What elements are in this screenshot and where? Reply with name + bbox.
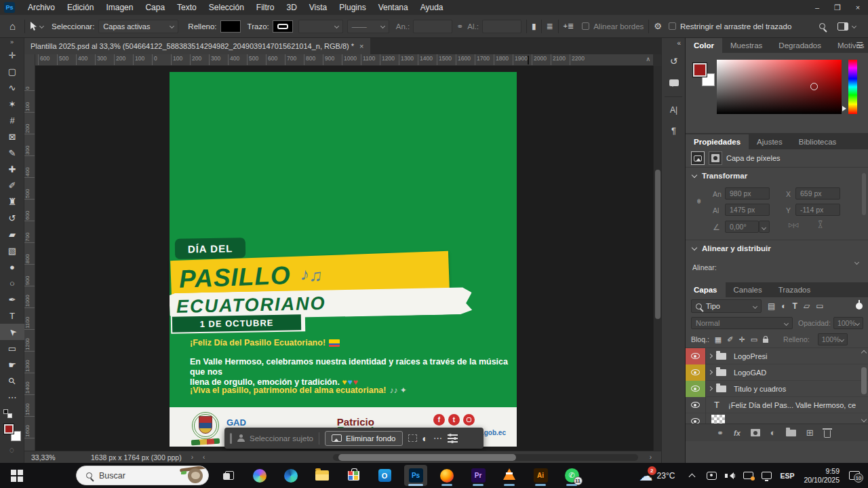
paragraph-panel-icon[interactable]: ¶ (662, 121, 686, 140)
path-selection-tool[interactable]: ➤ (0, 324, 24, 340)
more-options-icon[interactable]: ⋯ (433, 433, 442, 443)
history-brush-tool[interactable]: ↺ (0, 210, 24, 226)
hand-tool[interactable]: ☛ (0, 356, 24, 373)
firefox-button[interactable] (435, 465, 458, 486)
default-colors-icon[interactable] (3, 409, 12, 418)
tray-expand-icon[interactable] (689, 473, 696, 480)
angle-dropdown[interactable] (759, 221, 770, 233)
file-explorer-button[interactable] (311, 465, 334, 486)
align-edges-checkbox[interactable] (582, 22, 589, 30)
panel-menu-icon[interactable]: ☰ (856, 38, 863, 53)
panel-tab[interactable]: Color (686, 38, 722, 53)
properties-sliders-icon[interactable] (448, 434, 458, 443)
menu-item[interactable]: Texto (171, 0, 203, 15)
microsoft-store-button[interactable] (342, 465, 365, 486)
layer-visibility-toggle[interactable] (686, 397, 706, 413)
vlc-button[interactable] (498, 465, 521, 486)
network-display-icon[interactable] (762, 472, 772, 479)
path-alignment-icon[interactable]: ≣ (547, 22, 553, 31)
path-operations-icon[interactable]: ▮ (532, 22, 536, 31)
foreground-background-swatches[interactable] (3, 424, 21, 441)
search-box[interactable]: Buscar (76, 466, 209, 485)
lock-transparency-icon[interactable]: ▦ (715, 335, 722, 344)
scrollbar-thumb[interactable] (655, 170, 660, 319)
scroll-right-icon[interactable]: › (650, 453, 652, 461)
photoshop-button[interactable]: Ps (404, 465, 427, 486)
vertical-scrollbar[interactable] (653, 66, 661, 451)
remove-background-button[interactable]: Eliminar fondo (325, 431, 403, 446)
layer-row[interactable]: T (686, 413, 868, 424)
delete-layer-icon[interactable] (824, 430, 831, 438)
layer-style-icon[interactable]: fx (734, 429, 741, 437)
menu-item[interactable]: Imagen (100, 0, 139, 15)
group-chevron-icon[interactable] (706, 364, 714, 381)
brush-tool[interactable]: ✐ (0, 177, 24, 193)
rectangle-tool[interactable]: ▭ (0, 340, 24, 356)
panel-tab[interactable]: Capas (686, 282, 726, 297)
menu-item[interactable]: Plugins (333, 0, 372, 15)
panel-tab[interactable]: Ajustes (749, 134, 791, 149)
foreground-color-swatch[interactable] (692, 62, 707, 77)
menu-item[interactable]: Edición (61, 0, 100, 15)
link-dimensions-icon[interactable]: ⚭ (456, 22, 463, 31)
filter-text-icon[interactable]: T (793, 301, 797, 311)
tool-preset-chevron-icon[interactable] (39, 24, 44, 29)
illustrator-button[interactable]: Ai (529, 465, 552, 486)
fill-value[interactable]: 100% (818, 333, 848, 345)
comments-panel-icon[interactable] (662, 73, 686, 92)
character-panel-icon[interactable]: A| (662, 100, 686, 119)
expand-panels-icon[interactable]: « (677, 39, 681, 47)
clock[interactable]: 9:59 20/10/2025 (804, 467, 840, 485)
close-button[interactable]: × (848, 0, 868, 15)
flip-vertical-icon[interactable]: ▽△ (818, 221, 822, 227)
link-dimensions-icon[interactable]: ⚭ (695, 196, 703, 206)
transform-icon[interactable] (408, 434, 417, 442)
group-chevron-icon[interactable] (706, 381, 714, 397)
x-value[interactable]: 659 px (795, 187, 840, 200)
filter-image-icon[interactable]: ▤ (768, 301, 775, 311)
lock-position-icon[interactable]: ✛ (738, 335, 745, 344)
hue-slider[interactable] (848, 60, 857, 114)
search-icon[interactable] (819, 23, 825, 29)
task-view-button[interactable] (217, 465, 240, 486)
constrain-path-checkbox[interactable] (669, 22, 676, 30)
filter-type-dropdown[interactable]: Tipo (691, 299, 762, 313)
pen-tool[interactable]: ✒ (0, 291, 24, 307)
temperature[interactable]: 23°C (657, 471, 675, 481)
filter-smart-object-icon[interactable]: ▭ (816, 301, 823, 311)
height-value[interactable]: 1475 px (725, 204, 770, 216)
gradient-tool[interactable]: ▧ (0, 242, 24, 259)
lock-artboard-icon[interactable]: ▭ (751, 335, 757, 344)
selection-tool-icon[interactable] (30, 22, 37, 31)
home-icon[interactable]: ⌂ (9, 20, 16, 32)
width-input[interactable] (413, 20, 452, 33)
panel-scrollbar[interactable] (862, 173, 866, 215)
section-collapse-icon[interactable] (692, 244, 697, 250)
layer-visibility-toggle[interactable] (686, 413, 706, 424)
gear-icon[interactable]: ⚙ (654, 21, 662, 31)
panel-tab[interactable]: Bibliotecas (791, 134, 845, 149)
menu-item[interactable]: Ayuda (414, 0, 450, 15)
stroke-swatch[interactable] (273, 20, 293, 33)
menu-item[interactable]: 3D (280, 0, 302, 15)
menu-item[interactable]: Archivo (22, 0, 61, 15)
color-spectrum-field[interactable] (717, 60, 842, 114)
blend-mode-dropdown[interactable]: Normal (691, 317, 793, 329)
filter-adjustment-icon[interactable]: ◐ (781, 301, 786, 311)
select-subject-button[interactable]: Seleccionar sujeto (237, 434, 313, 443)
volume-icon[interactable] (725, 472, 735, 480)
tab-close-icon[interactable]: × (359, 42, 363, 50)
frame-tool[interactable]: ⊠ (0, 128, 24, 145)
dock-collapse-icon[interactable]: » (0, 38, 24, 47)
layer-visibility-toggle[interactable] (686, 381, 706, 397)
menu-item[interactable]: Vista (303, 0, 333, 15)
lock-pixels-icon[interactable]: ✐ (727, 335, 733, 344)
status-arrow-right-icon[interactable]: › (191, 453, 193, 461)
width-value[interactable]: 980 px (725, 187, 770, 200)
minimize-button[interactable]: – (807, 0, 827, 15)
y-value[interactable]: -114 px (795, 204, 840, 216)
lock-all-icon[interactable] (763, 339, 768, 343)
panel-color-swatches[interactable] (692, 62, 717, 87)
clone-stamp-tool[interactable]: ♜ (0, 193, 24, 210)
scrollbar-thumb[interactable] (338, 454, 516, 461)
